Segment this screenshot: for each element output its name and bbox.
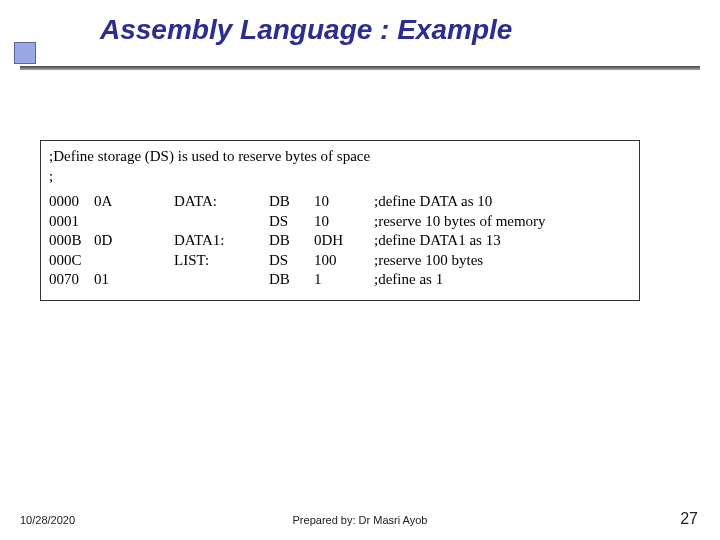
decorative-square — [14, 42, 36, 64]
cell-val: 1 — [314, 270, 374, 290]
cell-op: DS — [269, 251, 314, 271]
footer-author: Prepared by: Dr Masri Ayob — [0, 514, 720, 526]
cell-addr: 000B — [49, 231, 94, 251]
slide: Assembly Language : Example ;Define stor… — [0, 0, 720, 540]
cell-addr: 000C — [49, 251, 94, 271]
cell-addr: 0000 — [49, 192, 94, 212]
footer-page: 27 — [680, 510, 698, 528]
cell-cmt: ;define DATA as 10 — [374, 192, 631, 212]
cell-byte: 0D — [94, 231, 174, 251]
cell-label: LIST: — [174, 251, 269, 271]
cell-label: DATA1: — [174, 231, 269, 251]
cell-cmt: ;reserve 10 bytes of memory — [374, 212, 631, 232]
cell-cmt: ;define DATA1 as 13 — [374, 231, 631, 251]
cell-cmt: ;reserve 100 bytes — [374, 251, 631, 271]
cell-val: 10 — [314, 192, 374, 212]
cell-label — [174, 270, 269, 290]
cell-byte — [94, 251, 174, 271]
cell-op: DB — [269, 231, 314, 251]
cell-val: 100 — [314, 251, 374, 271]
table-row: 000C LIST: DS 100 ;reserve 100 bytes — [49, 251, 631, 271]
cell-addr: 0001 — [49, 212, 94, 232]
cell-op: DB — [269, 270, 314, 290]
slide-title: Assembly Language : Example — [100, 14, 512, 46]
cell-op: DS — [269, 212, 314, 232]
cell-cmt: ;define as 1 — [374, 270, 631, 290]
table-row: 0000 0A DATA: DB 10 ;define DATA as 10 — [49, 192, 631, 212]
cell-val: 10 — [314, 212, 374, 232]
cell-label: DATA: — [174, 192, 269, 212]
table-row: 0070 01 DB 1 ;define as 1 — [49, 270, 631, 290]
assembly-table: 0000 0A DATA: DB 10 ;define DATA as 10 0… — [49, 192, 631, 290]
cell-byte — [94, 212, 174, 232]
table-row: 000B 0D DATA1: DB 0DH ;define DATA1 as 1… — [49, 231, 631, 251]
cell-val: 0DH — [314, 231, 374, 251]
cell-label — [174, 212, 269, 232]
comment-line-1: ;Define storage (DS) is used to reserve … — [49, 147, 631, 167]
code-box: ;Define storage (DS) is used to reserve … — [40, 140, 640, 301]
cell-byte: 01 — [94, 270, 174, 290]
cell-addr: 0070 — [49, 270, 94, 290]
title-underline — [20, 66, 700, 70]
table-row: 0001 DS 10 ;reserve 10 bytes of memory — [49, 212, 631, 232]
cell-byte: 0A — [94, 192, 174, 212]
comment-line-2: ; — [49, 167, 631, 187]
cell-op: DB — [269, 192, 314, 212]
